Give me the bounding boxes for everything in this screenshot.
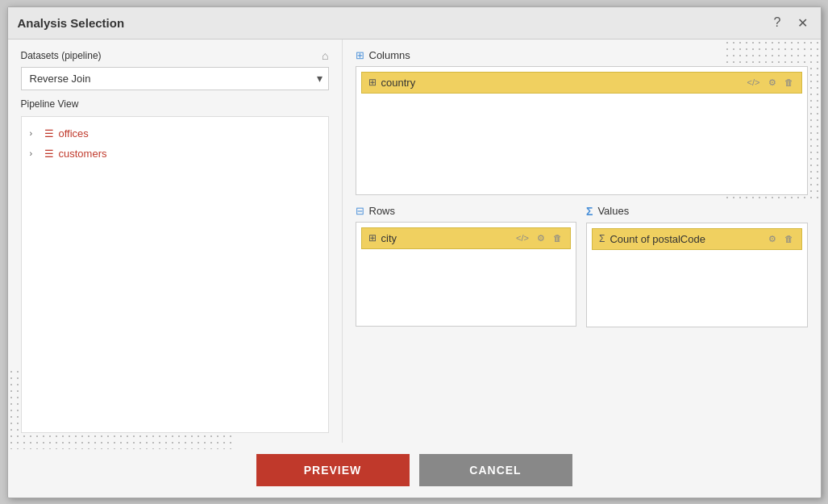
field-label-city: city (381, 232, 510, 244)
close-button[interactable]: ✕ (794, 14, 811, 32)
values-section-label: Values (597, 205, 629, 217)
columns-table-icon: ⊞ (356, 49, 364, 61)
list-icon-offices: ☰ (44, 127, 54, 140)
datasets-label-text: Datasets (pipeline) (21, 50, 102, 61)
field-sigma-icon-postalcode: Σ (599, 233, 605, 244)
field-trash-icon-city[interactable]: 🗑 (551, 232, 564, 244)
tree-item-customers[interactable]: › ☰ customers (22, 144, 328, 164)
dialog-header: Analysis Selection ? ✕ (8, 7, 821, 40)
field-trash-icon[interactable]: 🗑 (783, 77, 795, 88)
chevron-icon-offices: › (30, 128, 40, 138)
field-table-icon: ⊞ (368, 77, 377, 88)
dialog-body: Datasets (pipeline) ⌂ Reverse Join ▾ Pip… (8, 40, 821, 443)
rows-drop-zone[interactable]: ⊞ city </> ⚙ 🗑 (356, 222, 577, 327)
field-table-icon-city: ⊞ (368, 232, 377, 244)
field-label-country: country (381, 77, 741, 89)
home-icon[interactable]: ⌂ (322, 49, 328, 62)
field-code-icon[interactable]: </> (746, 77, 762, 88)
columns-section-label: Columns (369, 49, 410, 61)
pipeline-view-label: Pipeline View (21, 98, 329, 110)
tree-label-customers: customers (59, 148, 107, 160)
list-icon-customers: ☰ (44, 148, 54, 160)
value-field-postalcode: Σ Count of postalCode ⚙ 🗑 (592, 228, 802, 250)
chevron-icon-customers: › (30, 148, 40, 158)
bottom-sections: ⊟ Rows ⊞ city </> ⚙ 🗑 (356, 205, 808, 433)
field-gear-icon-postalcode[interactable]: ⚙ (767, 233, 778, 245)
columns-section-header: ⊞ Columns (356, 49, 808, 61)
pipeline-tree: › ☰ offices › ☰ customers (21, 116, 329, 433)
preview-button[interactable]: PREVIEW (256, 454, 410, 486)
field-gear-icon-city[interactable]: ⚙ (535, 232, 547, 244)
values-sigma-icon: Σ (586, 205, 593, 218)
columns-drop-zone[interactable]: ⊞ country </> ⚙ 🗑 (356, 66, 808, 195)
column-field-country: ⊞ country </> ⚙ 🗑 (361, 72, 802, 94)
dialog-footer: PREVIEW CANCEL (8, 443, 821, 498)
tree-label-offices: offices (59, 127, 89, 140)
values-section-header: Σ Values (586, 205, 808, 218)
help-button[interactable]: ? (771, 14, 784, 31)
dataset-dropdown[interactable]: Reverse Join (21, 67, 329, 90)
datasets-label: Datasets (pipeline) ⌂ (21, 49, 329, 62)
analysis-selection-dialog: Analysis Selection ? ✕ Datasets (pipelin… (7, 6, 822, 498)
columns-section: ⊞ Columns ⊞ country </> ⚙ 🗑 (356, 49, 808, 195)
rows-section-header: ⊟ Rows (356, 205, 577, 217)
dataset-dropdown-container: Reverse Join ▾ (21, 67, 329, 90)
field-label-postalcode: Count of postalCode (610, 233, 761, 245)
right-panel: ⊞ Columns ⊞ country </> ⚙ 🗑 (343, 40, 821, 443)
left-panel: Datasets (pipeline) ⌂ Reverse Join ▾ Pip… (8, 40, 343, 443)
cancel-button[interactable]: CANCEL (419, 454, 572, 486)
header-icons: ? ✕ (771, 14, 811, 32)
rows-table-icon: ⊟ (356, 205, 364, 217)
field-gear-icon[interactable]: ⚙ (767, 77, 778, 89)
field-code-icon-city[interactable]: </> (514, 232, 531, 244)
values-drop-zone[interactable]: Σ Count of postalCode ⚙ 🗑 (586, 223, 808, 327)
rows-section: ⊟ Rows ⊞ city </> ⚙ 🗑 (356, 205, 577, 433)
dialog-title: Analysis Selection (18, 16, 125, 30)
rows-section-label: Rows (369, 205, 396, 217)
row-field-city: ⊞ city </> ⚙ 🗑 (361, 227, 572, 249)
field-trash-icon-postalcode[interactable]: 🗑 (783, 233, 795, 244)
values-section: Σ Values Σ Count of postalCode ⚙ 🗑 (586, 205, 808, 433)
tree-item-offices[interactable]: › ☰ offices (22, 123, 328, 144)
